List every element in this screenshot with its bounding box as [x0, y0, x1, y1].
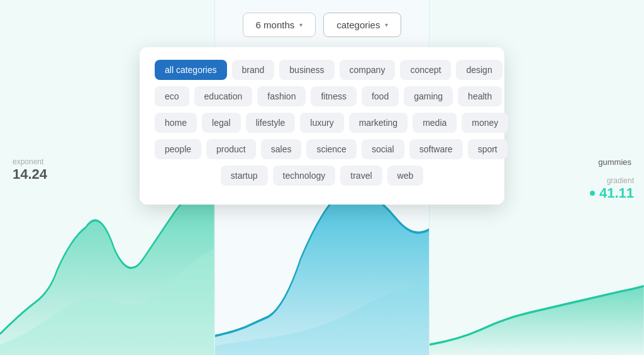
- tag-people[interactable]: people: [155, 139, 201, 159]
- tag-science[interactable]: science: [306, 139, 356, 159]
- tag-luxury[interactable]: luxury: [300, 113, 343, 133]
- categories-dropdown: all categories brand business company co…: [140, 47, 504, 205]
- categories-label: categories: [336, 20, 380, 30]
- tag-row-4: people product sales science social soft…: [155, 139, 489, 159]
- tag-technology[interactable]: technology: [273, 166, 336, 186]
- tag-home[interactable]: home: [155, 113, 197, 133]
- tag-gaming[interactable]: gaming: [404, 86, 453, 106]
- tag-social[interactable]: social: [362, 139, 404, 159]
- tag-brand[interactable]: brand: [232, 60, 275, 80]
- tag-eco[interactable]: eco: [155, 86, 189, 106]
- months-filter-button[interactable]: 6 months ▾: [243, 13, 316, 37]
- overlay: 6 months ▾ categories ▾ all categories b…: [0, 0, 644, 355]
- tag-marketing[interactable]: marketing: [349, 113, 408, 133]
- tag-health[interactable]: health: [458, 86, 502, 106]
- tag-education[interactable]: education: [194, 86, 253, 106]
- filter-bar: 6 months ▾ categories ▾: [243, 13, 402, 37]
- tag-company[interactable]: company: [340, 60, 396, 80]
- tag-food[interactable]: food: [362, 86, 399, 106]
- tag-lifestyle[interactable]: lifestyle: [246, 113, 296, 133]
- tag-startup[interactable]: startup: [221, 166, 268, 186]
- tag-all-categories[interactable]: all categories: [155, 60, 227, 80]
- tag-design[interactable]: design: [456, 60, 502, 80]
- categories-arrow: ▾: [385, 21, 388, 28]
- tag-money[interactable]: money: [462, 113, 508, 133]
- tag-business[interactable]: business: [279, 60, 334, 80]
- tag-software[interactable]: software: [409, 139, 463, 159]
- tag-row-1: all categories brand business company co…: [155, 60, 489, 80]
- tag-media[interactable]: media: [413, 113, 457, 133]
- tag-sales[interactable]: sales: [261, 139, 302, 159]
- tag-fitness[interactable]: fitness: [311, 86, 356, 106]
- tag-row-2: eco education fashion fitness food gamin…: [155, 86, 489, 106]
- tag-concept[interactable]: concept: [400, 60, 451, 80]
- months-label: 6 months: [256, 20, 295, 30]
- tag-legal[interactable]: legal: [202, 113, 241, 133]
- tag-row-3: home legal lifestyle luxury marketing me…: [155, 113, 489, 133]
- tag-travel[interactable]: travel: [340, 166, 382, 186]
- categories-filter-button[interactable]: categories ▾: [323, 13, 401, 37]
- months-arrow: ▾: [299, 21, 303, 28]
- tag-sport[interactable]: sport: [468, 139, 508, 159]
- tag-fashion[interactable]: fashion: [257, 86, 306, 106]
- tag-product[interactable]: product: [206, 139, 256, 159]
- tag-web[interactable]: web: [387, 166, 424, 186]
- tag-row-5: startup technology travel web: [155, 166, 489, 186]
